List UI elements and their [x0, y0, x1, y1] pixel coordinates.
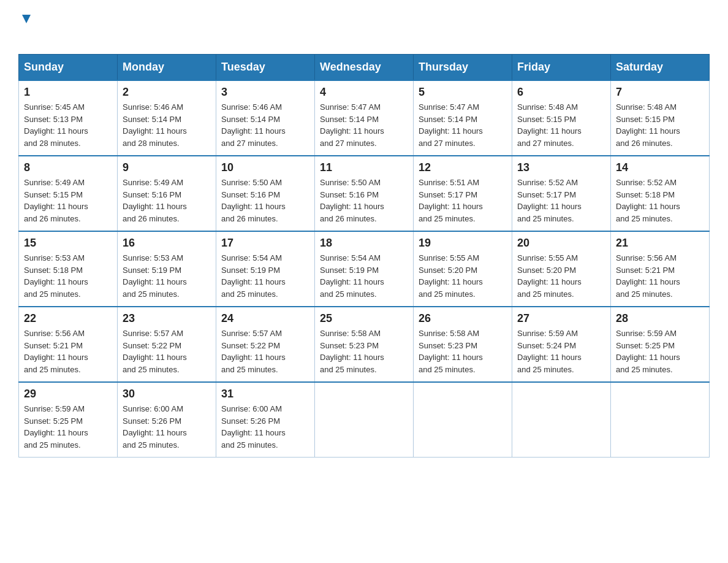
day-number: 5 — [419, 86, 507, 99]
calendar-cell: 12Sunrise: 5:51 AMSunset: 5:17 PMDayligh… — [414, 156, 512, 231]
header-sunday: Sunday — [19, 55, 118, 81]
calendar-cell: 2Sunrise: 5:46 AMSunset: 5:14 PMDaylight… — [118, 80, 216, 156]
day-number: 19 — [419, 237, 507, 250]
calendar-cell: 24Sunrise: 5:57 AMSunset: 5:22 PMDayligh… — [216, 307, 315, 382]
day-number: 8 — [24, 161, 112, 174]
day-info: Sunrise: 5:48 AMSunset: 5:15 PMDaylight:… — [616, 101, 704, 149]
calendar-cell: 28Sunrise: 5:59 AMSunset: 5:25 PMDayligh… — [611, 307, 710, 382]
day-number: 7 — [616, 86, 704, 99]
day-number: 23 — [123, 312, 211, 325]
day-info: Sunrise: 5:54 AMSunset: 5:19 PMDaylight:… — [320, 252, 408, 300]
day-info: Sunrise: 5:59 AMSunset: 5:24 PMDaylight:… — [517, 327, 605, 375]
day-number: 15 — [24, 237, 112, 250]
calendar-cell: 5Sunrise: 5:47 AMSunset: 5:14 PMDaylight… — [414, 80, 512, 156]
calendar-cell: 11Sunrise: 5:50 AMSunset: 5:16 PMDayligh… — [315, 156, 414, 231]
day-number: 6 — [517, 86, 605, 99]
page-header — [18, 12, 710, 47]
calendar-cell: 9Sunrise: 5:49 AMSunset: 5:16 PMDaylight… — [118, 156, 216, 231]
logo-arrow-icon — [20, 12, 33, 26]
calendar-cell: 17Sunrise: 5:54 AMSunset: 5:19 PMDayligh… — [216, 231, 315, 307]
calendar-cell: 15Sunrise: 5:53 AMSunset: 5:18 PMDayligh… — [19, 231, 118, 307]
day-info: Sunrise: 5:51 AMSunset: 5:17 PMDaylight:… — [419, 177, 507, 224]
day-info: Sunrise: 5:56 AMSunset: 5:21 PMDaylight:… — [616, 252, 704, 300]
day-number: 13 — [517, 161, 605, 174]
day-number: 14 — [616, 161, 704, 174]
day-number: 22 — [24, 312, 112, 325]
day-number: 17 — [221, 237, 309, 250]
day-number: 9 — [123, 161, 211, 174]
day-number: 26 — [419, 312, 507, 325]
header-tuesday: Tuesday — [216, 55, 315, 81]
day-info: Sunrise: 5:47 AMSunset: 5:14 PMDaylight:… — [419, 101, 507, 149]
header-monday: Monday — [118, 55, 216, 81]
day-number: 21 — [616, 237, 704, 250]
calendar-cell: 31Sunrise: 6:00 AMSunset: 5:26 PMDayligh… — [216, 382, 315, 458]
day-info: Sunrise: 5:49 AMSunset: 5:15 PMDaylight:… — [24, 177, 112, 224]
day-info: Sunrise: 5:55 AMSunset: 5:20 PMDaylight:… — [517, 252, 605, 300]
calendar-cell: 4Sunrise: 5:47 AMSunset: 5:14 PMDaylight… — [315, 80, 414, 156]
calendar-cell: 30Sunrise: 6:00 AMSunset: 5:26 PMDayligh… — [118, 382, 216, 458]
day-info: Sunrise: 6:00 AMSunset: 5:26 PMDaylight:… — [221, 403, 309, 451]
calendar-cell: 18Sunrise: 5:54 AMSunset: 5:19 PMDayligh… — [315, 231, 414, 307]
day-info: Sunrise: 5:53 AMSunset: 5:19 PMDaylight:… — [123, 252, 211, 300]
day-number: 18 — [320, 237, 408, 250]
day-number: 30 — [123, 388, 211, 400]
day-info: Sunrise: 5:46 AMSunset: 5:14 PMDaylight:… — [123, 101, 211, 149]
calendar-cell: 26Sunrise: 5:58 AMSunset: 5:23 PMDayligh… — [414, 307, 512, 382]
calendar-cell — [611, 382, 710, 458]
day-number: 29 — [24, 388, 112, 400]
header-friday: Friday — [512, 55, 611, 81]
day-info: Sunrise: 5:54 AMSunset: 5:19 PMDaylight:… — [221, 252, 309, 300]
day-number: 10 — [221, 161, 309, 174]
calendar-cell: 1Sunrise: 5:45 AMSunset: 5:13 PMDaylight… — [19, 80, 118, 156]
header-saturday: Saturday — [611, 55, 710, 81]
day-info: Sunrise: 5:59 AMSunset: 5:25 PMDaylight:… — [616, 327, 704, 375]
calendar-cell: 14Sunrise: 5:52 AMSunset: 5:18 PMDayligh… — [611, 156, 710, 231]
calendar-cell: 3Sunrise: 5:46 AMSunset: 5:14 PMDaylight… — [216, 80, 315, 156]
logo — [18, 12, 33, 47]
calendar-cell: 22Sunrise: 5:56 AMSunset: 5:21 PMDayligh… — [19, 307, 118, 382]
calendar-table: SundayMondayTuesdayWednesdayThursdayFrid… — [18, 54, 710, 458]
day-info: Sunrise: 5:52 AMSunset: 5:17 PMDaylight:… — [517, 177, 605, 224]
weekday-header-row: SundayMondayTuesdayWednesdayThursdayFrid… — [19, 55, 710, 81]
day-info: Sunrise: 5:55 AMSunset: 5:20 PMDaylight:… — [419, 252, 507, 300]
calendar-cell: 10Sunrise: 5:50 AMSunset: 5:16 PMDayligh… — [216, 156, 315, 231]
calendar-cell — [315, 382, 414, 458]
calendar-cell: 25Sunrise: 5:58 AMSunset: 5:23 PMDayligh… — [315, 307, 414, 382]
day-number: 3 — [221, 86, 309, 99]
day-info: Sunrise: 5:58 AMSunset: 5:23 PMDaylight:… — [320, 327, 408, 375]
week-row-3: 15Sunrise: 5:53 AMSunset: 5:18 PMDayligh… — [19, 231, 710, 307]
svg-marker-0 — [22, 15, 31, 23]
day-info: Sunrise: 5:59 AMSunset: 5:25 PMDaylight:… — [24, 403, 112, 451]
calendar-cell: 13Sunrise: 5:52 AMSunset: 5:17 PMDayligh… — [512, 156, 611, 231]
week-row-2: 8Sunrise: 5:49 AMSunset: 5:15 PMDaylight… — [19, 156, 710, 231]
calendar-cell: 6Sunrise: 5:48 AMSunset: 5:15 PMDaylight… — [512, 80, 611, 156]
calendar-cell: 23Sunrise: 5:57 AMSunset: 5:22 PMDayligh… — [118, 307, 216, 382]
day-number: 2 — [123, 86, 211, 99]
day-info: Sunrise: 5:53 AMSunset: 5:18 PMDaylight:… — [24, 252, 112, 300]
day-number: 4 — [320, 86, 408, 99]
calendar-cell: 16Sunrise: 5:53 AMSunset: 5:19 PMDayligh… — [118, 231, 216, 307]
day-number: 16 — [123, 237, 211, 250]
week-row-1: 1Sunrise: 5:45 AMSunset: 5:13 PMDaylight… — [19, 80, 710, 156]
day-number: 24 — [221, 312, 309, 325]
calendar-cell: 20Sunrise: 5:55 AMSunset: 5:20 PMDayligh… — [512, 231, 611, 307]
day-info: Sunrise: 5:47 AMSunset: 5:14 PMDaylight:… — [320, 101, 408, 149]
calendar-cell: 21Sunrise: 5:56 AMSunset: 5:21 PMDayligh… — [611, 231, 710, 307]
day-info: Sunrise: 5:49 AMSunset: 5:16 PMDaylight:… — [123, 177, 211, 224]
header-thursday: Thursday — [414, 55, 512, 81]
week-row-5: 29Sunrise: 5:59 AMSunset: 5:25 PMDayligh… — [19, 382, 710, 458]
day-number: 28 — [616, 312, 704, 325]
day-number: 20 — [517, 237, 605, 250]
header-wednesday: Wednesday — [315, 55, 414, 81]
calendar-cell: 8Sunrise: 5:49 AMSunset: 5:15 PMDaylight… — [19, 156, 118, 231]
day-info: Sunrise: 5:58 AMSunset: 5:23 PMDaylight:… — [419, 327, 507, 375]
day-info: Sunrise: 5:52 AMSunset: 5:18 PMDaylight:… — [616, 177, 704, 224]
day-number: 31 — [221, 388, 309, 400]
day-info: Sunrise: 5:56 AMSunset: 5:21 PMDaylight:… — [24, 327, 112, 375]
calendar-cell — [414, 382, 512, 458]
day-info: Sunrise: 5:45 AMSunset: 5:13 PMDaylight:… — [24, 101, 112, 149]
day-info: Sunrise: 5:48 AMSunset: 5:15 PMDaylight:… — [517, 101, 605, 149]
calendar-cell: 29Sunrise: 5:59 AMSunset: 5:25 PMDayligh… — [19, 382, 118, 458]
calendar-cell — [512, 382, 611, 458]
